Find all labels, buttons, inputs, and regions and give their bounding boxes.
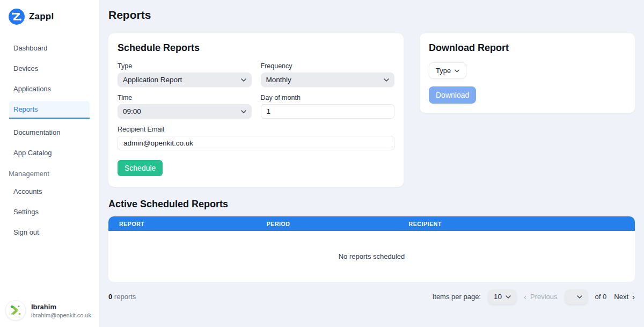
sidebar-item-settings[interactable]: Settings xyxy=(9,204,90,220)
sidebar-item-app-catalog[interactable]: App Catalog xyxy=(9,144,90,161)
sidebar: Zappl Dashboard Devices Applications Rep… xyxy=(0,0,99,327)
type-label: Type xyxy=(118,62,252,70)
download-report-title: Download Report xyxy=(429,42,626,54)
table-empty-state: No reports scheduled xyxy=(108,231,635,282)
recipient-email-label: Recipient Email xyxy=(118,126,394,133)
column-header-period: PERIOD xyxy=(256,221,398,227)
main-content: Reports Schedule Reports Type Applicatio… xyxy=(99,0,644,327)
frequency-select[interactable]: Monthly xyxy=(261,72,395,87)
recipient-email-input[interactable] xyxy=(118,136,394,150)
next-label: Next xyxy=(614,293,628,301)
chevron-down-icon xyxy=(241,110,246,113)
total-pages: 0 xyxy=(603,293,606,301)
type-select-value: Application Report xyxy=(123,76,182,84)
sidebar-nav: Dashboard Devices Applications Reports D… xyxy=(0,40,99,244)
sidebar-section-management: Management xyxy=(9,170,99,178)
chevron-down-icon xyxy=(384,78,389,82)
page-of-total: of 0 xyxy=(595,293,607,301)
sidebar-item-devices[interactable]: Devices xyxy=(9,60,90,77)
download-button[interactable]: Download xyxy=(429,86,476,104)
schedule-button[interactable]: Schedule xyxy=(118,160,163,176)
time-select[interactable]: 09:00 xyxy=(118,104,252,119)
brand-logo[interactable]: Zappl xyxy=(0,0,99,30)
sidebar-item-documentation[interactable]: Documentation xyxy=(9,124,90,141)
report-count: 0 reports xyxy=(108,293,136,301)
pagination: Items per page: 10 ‹ Previous of 0 Next … xyxy=(433,289,635,304)
download-type-select[interactable]: Type xyxy=(429,62,466,79)
table-footer: 0 reports Items per page: 10 ‹ Previous … xyxy=(108,289,635,304)
user-profile[interactable]: Ibrahim ibrahim@openkit.co.uk xyxy=(5,300,91,321)
empty-message: No reports scheduled xyxy=(339,252,405,260)
user-email: ibrahim@openkit.co.uk xyxy=(31,312,91,318)
openkit-avatar-icon xyxy=(8,302,24,318)
schedule-reports-card: Schedule Reports Type Application Report… xyxy=(108,33,404,187)
sidebar-item-dashboard[interactable]: Dashboard xyxy=(9,40,90,56)
user-name: Ibrahim xyxy=(31,303,91,311)
report-count-number: 0 xyxy=(108,293,112,301)
schedule-reports-title: Schedule Reports xyxy=(118,42,394,54)
frequency-select-value: Monthly xyxy=(266,76,291,84)
previous-label: Previous xyxy=(530,293,558,301)
scheduled-reports-table: REPORT PERIOD RECIPIENT No reports sched… xyxy=(108,216,635,282)
sidebar-item-reports[interactable]: Reports xyxy=(9,101,90,119)
chevron-down-icon xyxy=(506,295,511,299)
avatar xyxy=(5,300,26,321)
time-label: Time xyxy=(118,94,252,101)
column-header-recipient: RECIPIENT xyxy=(398,221,635,227)
table-header-row: REPORT PERIOD RECIPIENT xyxy=(108,216,635,231)
day-of-month-label: Day of month xyxy=(261,94,395,101)
page-title: Reports xyxy=(108,0,635,21)
sidebar-item-accounts[interactable]: Accounts xyxy=(9,183,90,200)
sidebar-item-applications[interactable]: Applications xyxy=(9,81,90,97)
column-header-report: REPORT xyxy=(108,221,256,227)
download-type-label: Type xyxy=(436,67,451,75)
report-count-suffix: reports xyxy=(114,293,136,301)
next-button[interactable]: Next › xyxy=(614,293,635,301)
page-select[interactable] xyxy=(565,289,588,304)
frequency-label: Frequency xyxy=(261,62,395,70)
zappl-logo-icon xyxy=(9,9,25,25)
time-select-value: 09:00 xyxy=(123,107,141,115)
chevron-left-icon: ‹ xyxy=(524,293,526,301)
items-per-page-label: Items per page: xyxy=(433,293,481,301)
brand-name: Zappl xyxy=(29,11,54,22)
items-per-page-value: 10 xyxy=(494,293,502,301)
chevron-down-icon xyxy=(577,295,582,299)
type-select[interactable]: Application Report xyxy=(118,72,252,87)
chevron-down-icon xyxy=(455,69,459,72)
chevron-right-icon: › xyxy=(632,293,635,301)
chevron-down-icon xyxy=(241,78,246,82)
sidebar-item-sign-out[interactable]: Sign out xyxy=(9,224,90,241)
of-label: of xyxy=(595,293,601,301)
items-per-page-select[interactable]: 10 xyxy=(488,289,516,304)
day-of-month-input[interactable] xyxy=(261,104,395,119)
download-report-card: Download Report Type Download xyxy=(420,33,635,113)
active-scheduled-reports-title: Active Scheduled Reports xyxy=(108,199,635,210)
previous-button[interactable]: ‹ Previous xyxy=(524,293,558,301)
